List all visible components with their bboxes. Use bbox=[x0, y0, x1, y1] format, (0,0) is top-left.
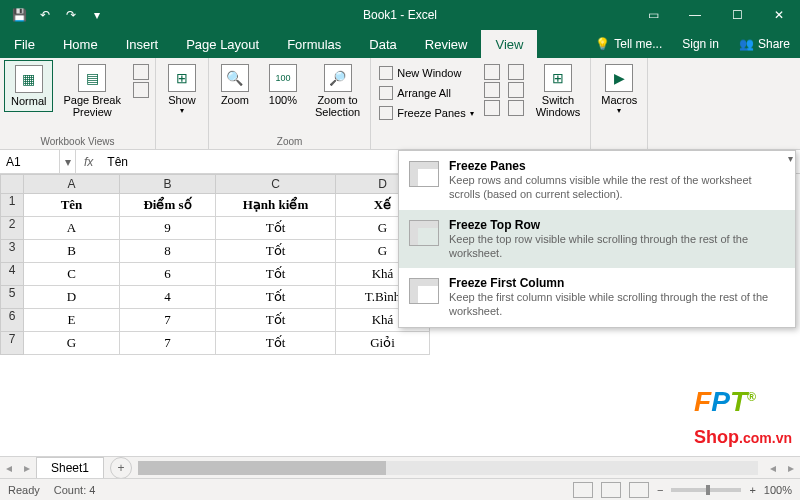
row-header-7[interactable]: 7 bbox=[0, 332, 24, 355]
redo-icon[interactable]: ↷ bbox=[60, 4, 82, 26]
zoom-in-icon[interactable]: + bbox=[749, 484, 755, 496]
sign-in-button[interactable]: Sign in bbox=[672, 30, 729, 58]
group-label-workbook-views: Workbook Views bbox=[4, 134, 151, 149]
namebox-dropdown-icon[interactable]: ▾ bbox=[60, 150, 76, 173]
row-header-2[interactable]: 2 bbox=[0, 217, 24, 240]
close-icon[interactable]: ✕ bbox=[758, 0, 800, 30]
add-sheet-button[interactable]: + bbox=[110, 457, 132, 479]
tab-page-layout[interactable]: Page Layout bbox=[172, 30, 273, 58]
col-header-B[interactable]: B bbox=[120, 174, 216, 194]
tab-insert[interactable]: Insert bbox=[112, 30, 173, 58]
show-button[interactable]: ⊞Show▾ bbox=[160, 60, 204, 119]
status-count: Count: 4 bbox=[54, 484, 96, 496]
row-header-6[interactable]: 6 bbox=[0, 309, 24, 332]
sync-scroll-icon[interactable] bbox=[508, 82, 524, 98]
minimize-icon[interactable]: — bbox=[674, 0, 716, 30]
tab-home[interactable]: Home bbox=[49, 30, 112, 58]
maximize-icon[interactable]: ☐ bbox=[716, 0, 758, 30]
select-all-corner[interactable] bbox=[0, 174, 24, 194]
tab-view[interactable]: View bbox=[481, 30, 537, 58]
dropdown-expand-icon[interactable]: ▾ bbox=[788, 153, 793, 164]
new-window-button[interactable]: New Window bbox=[375, 64, 477, 82]
zoom-slider[interactable] bbox=[671, 488, 741, 492]
ribbon: ▦Normal ▤Page Break Preview Workbook Vie… bbox=[0, 58, 800, 150]
tab-review[interactable]: Review bbox=[411, 30, 482, 58]
tab-formulas[interactable]: Formulas bbox=[273, 30, 355, 58]
ribbon-options-icon[interactable]: ▭ bbox=[632, 0, 674, 30]
freeze-panes-dropdown: ▾ Freeze PanesKeep rows and columns visi… bbox=[398, 150, 796, 328]
sheet-nav-next-icon[interactable]: ▸ bbox=[18, 461, 36, 475]
group-label-zoom: Zoom bbox=[213, 134, 366, 149]
page-break-view-icon[interactable] bbox=[629, 482, 649, 498]
freeze-first-col-icon bbox=[409, 278, 439, 304]
zoom-to-selection-button[interactable]: 🔎Zoom to Selection bbox=[309, 60, 366, 122]
titlebar: 💾 ↶ ↷ ▾ Book1 - Excel ▭ — ☐ ✕ bbox=[0, 0, 800, 30]
tell-me-button[interactable]: 💡Tell me... bbox=[585, 30, 672, 58]
sheet-nav-prev-icon[interactable]: ◂ bbox=[0, 461, 18, 475]
window-title: Book1 - Excel bbox=[363, 8, 437, 22]
fx-icon[interactable]: fx bbox=[76, 155, 101, 169]
page-layout-icon[interactable] bbox=[133, 64, 149, 80]
hide-icon[interactable] bbox=[484, 82, 500, 98]
horizontal-scrollbar[interactable] bbox=[138, 461, 758, 475]
zoom-100-button[interactable]: 100100% bbox=[261, 60, 305, 110]
freeze-top-row-icon bbox=[409, 220, 439, 246]
col-header-C[interactable]: C bbox=[216, 174, 336, 194]
zoom-out-icon[interactable]: − bbox=[657, 484, 663, 496]
sheet-tab-sheet1[interactable]: Sheet1 bbox=[36, 457, 104, 478]
unhide-icon[interactable] bbox=[484, 100, 500, 116]
ribbon-tabs: File Home Insert Page Layout Formulas Da… bbox=[0, 30, 800, 58]
split-icon[interactable] bbox=[484, 64, 500, 80]
scroll-right-icon[interactable]: ▸ bbox=[782, 461, 800, 475]
tab-file[interactable]: File bbox=[0, 30, 49, 58]
row-header-4[interactable]: 4 bbox=[0, 263, 24, 286]
arrange-all-button[interactable]: Arrange All bbox=[375, 84, 477, 102]
freeze-panes-button[interactable]: Freeze Panes▾ bbox=[375, 104, 477, 122]
name-box[interactable]: A1 bbox=[0, 150, 60, 173]
normal-view-icon[interactable] bbox=[573, 482, 593, 498]
normal-view-button[interactable]: ▦Normal bbox=[4, 60, 53, 112]
zoom-button[interactable]: 🔍Zoom bbox=[213, 60, 257, 110]
share-button[interactable]: 👥Share bbox=[729, 30, 800, 58]
freeze-top-row-item[interactable]: Freeze Top RowKeep the top row visible w… bbox=[399, 210, 795, 269]
page-break-preview-button[interactable]: ▤Page Break Preview bbox=[57, 60, 126, 122]
row-header-1[interactable]: 1 bbox=[0, 194, 24, 217]
macros-button[interactable]: ▶Macros▾ bbox=[595, 60, 643, 119]
status-bar: Ready Count: 4 − + 100% bbox=[0, 478, 800, 500]
qat-customize-icon[interactable]: ▾ bbox=[86, 4, 108, 26]
tab-data[interactable]: Data bbox=[355, 30, 410, 58]
page-layout-view-icon[interactable] bbox=[601, 482, 621, 498]
row-header-5[interactable]: 5 bbox=[0, 286, 24, 309]
sheet-tabs-bar: ◂ ▸ Sheet1 + ◂ ▸ bbox=[0, 456, 800, 478]
freeze-panes-item[interactable]: Freeze PanesKeep rows and columns visibl… bbox=[399, 151, 795, 210]
undo-icon[interactable]: ↶ bbox=[34, 4, 56, 26]
scroll-left-icon[interactable]: ◂ bbox=[764, 461, 782, 475]
zoom-level[interactable]: 100% bbox=[764, 484, 792, 496]
view-side-icon[interactable] bbox=[508, 64, 524, 80]
save-icon[interactable]: 💾 bbox=[8, 4, 30, 26]
freeze-first-column-item[interactable]: Freeze First ColumnKeep the first column… bbox=[399, 268, 795, 327]
row-header-3[interactable]: 3 bbox=[0, 240, 24, 263]
col-header-A[interactable]: A bbox=[24, 174, 120, 194]
status-ready: Ready bbox=[8, 484, 40, 496]
reset-pos-icon[interactable] bbox=[508, 100, 524, 116]
custom-views-icon[interactable] bbox=[133, 82, 149, 98]
switch-windows-button[interactable]: ⊞Switch Windows bbox=[530, 60, 587, 122]
freeze-panes-icon bbox=[409, 161, 439, 187]
